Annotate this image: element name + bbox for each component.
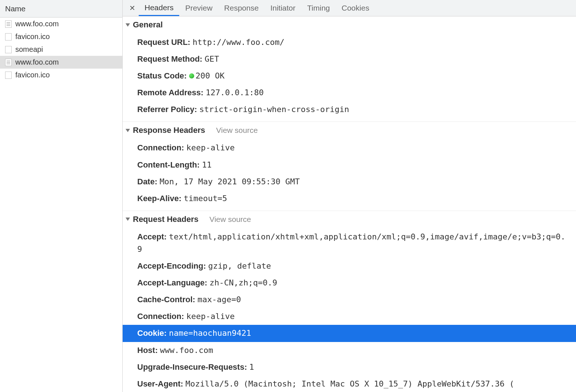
section-header-request[interactable]: Request HeadersView source	[123, 211, 576, 227]
header-value: timeout=5	[184, 194, 227, 203]
header-value: text/html,application/xhtml+xml,applicat…	[137, 232, 565, 254]
header-value: keep-alive	[186, 143, 234, 152]
header-value: 1	[249, 362, 254, 372]
header-row[interactable]: Connection: keep-alive	[123, 139, 576, 156]
section-header-response[interactable]: Response HeadersView source	[123, 122, 576, 138]
request-row[interactable]: someapi	[0, 43, 122, 56]
tab-preview[interactable]: Preview	[179, 0, 218, 16]
header-row[interactable]: Cookie: name=haochuan9421	[123, 325, 576, 342]
document-icon	[5, 33, 12, 41]
header-row[interactable]: Accept-Language: zh-CN,zh;q=0.9	[123, 274, 576, 291]
request-row[interactable]: www.foo.com	[0, 18, 122, 30]
details-tabs: ✕ HeadersPreviewResponseInitiatorTimingC…	[123, 0, 576, 16]
chevron-down-icon	[126, 129, 130, 132]
header-key: Host:	[137, 346, 160, 355]
header-row[interactable]: Accept: text/html,application/xhtml+xml,…	[123, 228, 576, 258]
header-value: Mon, 17 May 2021 09:55:30 GMT	[160, 177, 300, 186]
request-row[interactable]: favicon.ico	[0, 30, 122, 43]
header-value: gzip, deflate	[208, 261, 271, 270]
header-row[interactable]: Request URL: http://www.foo.com/	[123, 34, 576, 51]
header-row[interactable]: Request Method: GET	[123, 51, 576, 68]
section-header-general[interactable]: General	[123, 16, 576, 32]
document-icon	[5, 72, 12, 79]
header-row[interactable]: Host: www.foo.com	[123, 342, 576, 359]
document-icon	[5, 46, 12, 53]
kv-list-general: Request URL: http://www.foo.com/Request …	[123, 32, 576, 122]
header-value: 11	[202, 160, 212, 169]
tab-cookies[interactable]: Cookies	[336, 0, 375, 16]
chevron-down-icon	[126, 23, 130, 27]
details-panel: ✕ HeadersPreviewResponseInitiatorTimingC…	[123, 0, 576, 392]
header-row[interactable]: User-Agent: Mozilla/5.0 (Macintosh; Inte…	[123, 376, 576, 392]
header-key: Connection:	[137, 312, 186, 321]
header-row[interactable]: Cache-Control: max-age=0	[123, 291, 576, 308]
header-row[interactable]: Remote Address: 127.0.0.1:80	[123, 84, 576, 101]
header-value: strict-origin-when-cross-origin	[199, 105, 349, 114]
tab-response[interactable]: Response	[218, 0, 265, 16]
network-request-list-panel: Name www.foo.comfavicon.icosomeapiwww.fo…	[0, 0, 123, 392]
request-row[interactable]: favicon.ico	[0, 69, 122, 81]
request-row-label: www.foo.com	[15, 58, 59, 66]
document-icon	[5, 20, 12, 28]
header-key: Keep-Alive:	[137, 194, 184, 203]
request-list: www.foo.comfavicon.icosomeapiwww.foo.com…	[0, 18, 122, 81]
header-key: Request Method:	[137, 54, 205, 64]
section-title: Request Headers	[133, 215, 199, 224]
header-value: name=haochuan9421	[169, 328, 251, 338]
header-key: Accept:	[137, 232, 169, 241]
header-key: Connection:	[137, 143, 186, 152]
view-source-link[interactable]: View source	[210, 215, 251, 224]
close-icon[interactable]: ✕	[126, 0, 139, 16]
status-dot-icon	[189, 73, 194, 78]
header-value: keep-alive	[186, 312, 234, 321]
view-source-link[interactable]: View source	[216, 126, 258, 135]
header-value: www.foo.com	[160, 346, 213, 355]
kv-list-request: Accept: text/html,application/xhtml+xml,…	[123, 227, 576, 392]
header-value: zh-CN,zh;q=0.9	[210, 278, 277, 287]
tab-headers[interactable]: Headers	[139, 0, 179, 16]
header-value: GET	[205, 54, 219, 64]
section-title: Response Headers	[133, 126, 205, 135]
headers-content: GeneralRequest URL: http://www.foo.com/R…	[123, 16, 576, 392]
header-row[interactable]: Upgrade-Insecure-Requests: 1	[123, 359, 576, 376]
header-value: 127.0.0.1:80	[206, 88, 264, 97]
header-value: Mozilla/5.0 (Macintosh; Intel Mac OS X 1…	[185, 379, 514, 388]
header-row[interactable]: Accept-Encoding: gzip, deflate	[123, 258, 576, 274]
section-title: General	[133, 20, 163, 30]
header-key: Request URL:	[137, 38, 193, 47]
header-key: Remote Address:	[137, 88, 206, 97]
header-row[interactable]: Date: Mon, 17 May 2021 09:55:30 GMT	[123, 173, 576, 190]
header-value: 200 OK	[196, 71, 224, 80]
tab-timing[interactable]: Timing	[302, 0, 336, 16]
document-icon	[5, 59, 12, 66]
header-row[interactable]: Referrer Policy: strict-origin-when-cros…	[123, 101, 576, 118]
request-row[interactable]: www.foo.com	[0, 56, 122, 69]
kv-list-response: Connection: keep-aliveContent-Length: 11…	[123, 138, 576, 210]
header-key: Content-Length:	[137, 160, 202, 169]
request-row-label: favicon.ico	[15, 32, 50, 41]
header-key: Status Code:	[137, 71, 189, 80]
header-key: User-Agent:	[137, 379, 185, 388]
header-key: Upgrade-Insecure-Requests:	[137, 362, 249, 372]
header-value: max-age=0	[197, 295, 241, 304]
request-row-label: www.foo.com	[15, 20, 59, 28]
header-row[interactable]: Keep-Alive: timeout=5	[123, 190, 576, 207]
sidebar-column-header-name[interactable]: Name	[0, 0, 122, 18]
header-key: Accept-Encoding:	[137, 261, 208, 270]
tab-initiator[interactable]: Initiator	[265, 0, 302, 16]
request-row-label: favicon.ico	[15, 71, 50, 79]
header-key: Cache-Control:	[137, 295, 197, 304]
header-row[interactable]: Status Code: 200 OK	[123, 68, 576, 84]
header-key: Referrer Policy:	[137, 105, 199, 114]
header-key: Date:	[137, 177, 160, 186]
request-row-label: someapi	[15, 45, 43, 54]
header-row[interactable]: Connection: keep-alive	[123, 308, 576, 325]
header-key: Accept-Language:	[137, 278, 210, 287]
header-key: Cookie:	[137, 328, 169, 338]
header-row[interactable]: Content-Length: 11	[123, 157, 576, 173]
header-value: http://www.foo.com/	[193, 38, 285, 47]
chevron-down-icon	[126, 218, 130, 221]
